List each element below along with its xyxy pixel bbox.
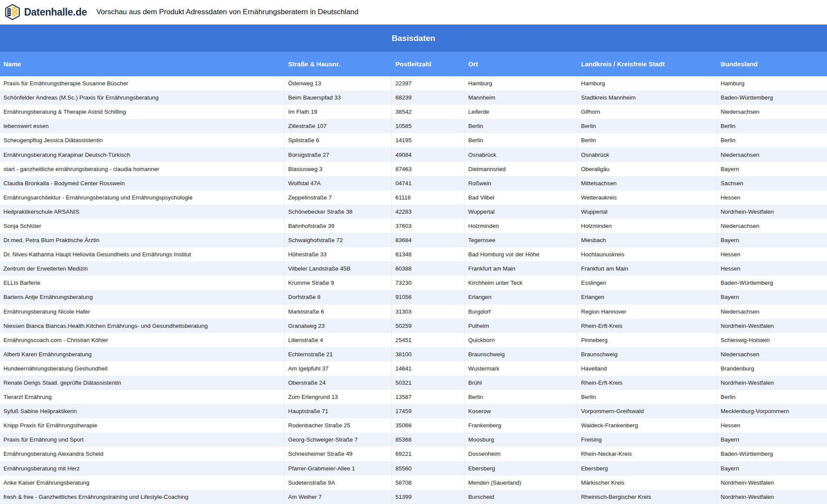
table-cell: 61348 (392, 247, 465, 261)
column-header: Straße & Hausnr. (285, 60, 392, 68)
table-cell: 61118 (392, 190, 465, 205)
table-cell: Marktstraße 6 (285, 305, 392, 319)
table-cell: Praxis für Ernährungstherapie Susanne Bü… (0, 76, 285, 90)
table-cell: Wustermark (465, 361, 578, 376)
table-cell: Blasiusweg 3 (285, 162, 392, 176)
table-cell: Schönfelder Andreas (M.Sc.) Praxis für E… (0, 90, 285, 105)
table-cell: Ernährungsberatung Nicole Hafer (0, 305, 285, 319)
table-cell: Bartens Antje Ernährungsberatung (0, 290, 285, 304)
table-cell: Ödenweg 13 (285, 76, 392, 90)
table-cell: 49084 (392, 147, 465, 162)
table-cell: 17459 (392, 404, 465, 418)
table-row: Alberti Karen ErnährungsberatungEchterns… (0, 347, 827, 361)
table-cell: Osnabrück (578, 147, 717, 162)
table-cell: Beim Bauerspfad 33 (285, 90, 392, 105)
table-row: Dr. Nives-Katharina Haupt Heliovita Gesu… (0, 247, 827, 261)
table-cell: Holzminden (465, 219, 578, 233)
table-cell: Berlin (465, 390, 578, 404)
table-row: Hundeernährungsberatung GeshundheitAm Ig… (0, 361, 827, 376)
table-cell: Koserow (465, 404, 578, 418)
table-cell: Am Igelpfuhl 37 (285, 361, 392, 376)
table-cell: Frankfurt am Main (465, 261, 578, 276)
table-cell: Wuppertal (578, 205, 717, 219)
table-cell: Hamburg (717, 76, 827, 90)
table-cell: 51399 (392, 490, 465, 504)
table-cell: Pinneberg (578, 333, 717, 347)
table-cell: Ebersberg (578, 461, 717, 476)
table-cell: Bayern (717, 233, 827, 247)
table-row: Scheugenpflug Jessica DiätassistentinSpi… (0, 133, 827, 147)
table-cell: Dorfstraße 8 (285, 290, 392, 304)
table-row: Praxis für Ernährung und SportGeorg-Schw… (0, 432, 827, 447)
table-row: start - ganzheitliche ernährungsberatung… (0, 162, 827, 176)
table-cell: Holzminden (578, 219, 717, 233)
table-cell: Pfarrer-Grabmeier-Allee 1 (285, 461, 392, 476)
table-row: Ernährungsberatung Alexandra ScheidSchri… (0, 447, 827, 461)
table-header-row: NameStraße & Hausnr.PostleitzahlOrtLandk… (0, 52, 827, 76)
table-cell: Baden-Württemberg (717, 90, 827, 105)
table-cell: Vorpommern-Greifswald (578, 404, 717, 418)
table-cell: Syfuß Sabine Heilpraktikerin (0, 404, 285, 418)
table-cell: Berlin (717, 390, 827, 404)
table-row: lebenswert essenZillestraße 10710585Berl… (0, 119, 827, 133)
table-cell: Miesbach (578, 233, 717, 247)
table-cell: Berlin (578, 390, 717, 404)
table-row: Tierarzt ErnährungZum Erlengrund 1313587… (0, 390, 827, 404)
table-cell: Dossenheim (465, 447, 578, 461)
table-cell: Berlin (578, 133, 717, 147)
table-cell: Gifhorn (578, 105, 717, 119)
table-cell: Brühl (465, 376, 578, 390)
table-cell: Hessen (717, 190, 827, 205)
table-cell: Praxis für Ernährung und Sport (0, 432, 285, 447)
table-cell: Hochtaunuskreis (578, 247, 717, 261)
table-cell: Dr. Nives-Katharina Haupt Heliovita Gesu… (0, 247, 285, 261)
datenhalle-logo[interactable]: Datenhalle.de (4, 4, 87, 20)
table-cell: Stadtkreis Mannheim (578, 90, 717, 105)
table-cell: Am Weiher 7 (285, 490, 392, 504)
table-cell: Berlin (717, 119, 827, 133)
column-header: Name (0, 60, 285, 68)
table-cell: 14195 (392, 133, 465, 147)
table-cell: Lilienstraße 4 (285, 333, 392, 347)
table-cell: Renate Derigs Staatl. geprüfte Diätassis… (0, 376, 285, 390)
table-row: Dr.med. Petra Blum Praktische ÄrztinSchw… (0, 233, 827, 247)
table-cell: Rhein-Erft-Kreis (578, 319, 717, 333)
table-cell: Schriesheimer Straße 49 (285, 447, 392, 461)
table-cell: Dr.med. Petra Blum Praktische Ärztin (0, 233, 285, 247)
table-cell: 69221 (392, 447, 465, 461)
column-header: Postleitzahl (392, 60, 465, 68)
section-band: Basisdaten (0, 25, 827, 52)
table-cell: Freising (578, 432, 717, 447)
table-cell: Ernährungsberatung mit Herz (0, 461, 285, 476)
table-cell: Ernährungsarchitektur - Ernährungsberatu… (0, 190, 285, 205)
top-bar: Datenhalle.de Vorschau aus dem Produkt A… (0, 0, 827, 25)
table-cell: 83684 (392, 233, 465, 247)
table-cell: 87463 (392, 162, 465, 176)
table-cell: Vilbeler Landstraße 45B (285, 261, 392, 276)
table-cell: Echternstraße 21 (285, 347, 392, 361)
table-row: Ernährungsberatung & Therapie Astrid Sch… (0, 105, 827, 119)
table-cell: Sudetenstraße 9A (285, 476, 392, 490)
table-cell: Osnabrück (465, 147, 578, 162)
table-row: Ernährungsberatung Nicole HaferMarktstra… (0, 305, 827, 319)
table-cell: Zentrum der Erweiterten Medizin (0, 261, 285, 276)
table-cell: Bayern (717, 162, 827, 176)
table-row: ELLIs BarferieKrumme Straße 973230Kirchh… (0, 276, 827, 290)
table-cell: 31303 (392, 305, 465, 319)
datenhalle-warehouse-icon (4, 4, 21, 20)
table-row: Niessen Bianca Biancas.Health.Kitchen Er… (0, 319, 827, 333)
column-header: Bundesland (717, 60, 827, 68)
table-cell: Borsigstraße 27 (285, 147, 392, 162)
table-row: Sonja SchlüterBahnhofstraße 3937603Holzm… (0, 219, 827, 233)
table-cell: Anke Kaiser Ernährungsberatung (0, 476, 285, 490)
table-cell: Granatweg 23 (285, 319, 392, 333)
table-cell: Nordrhein-Westfalen (717, 476, 827, 490)
table-cell: Kirchheim unter Teck (465, 276, 578, 290)
table-cell: Zum Erlengrund 13 (285, 390, 392, 404)
table-cell: Alberti Karen Ernährungsberatung (0, 347, 285, 361)
table-row: Syfuß Sabine HeilpraktikerinHauptstraße … (0, 404, 827, 418)
table-cell: 91056 (392, 290, 465, 304)
table-cell: 50259 (392, 319, 465, 333)
table-row: Ernährungscoach.com - Christian KöhlerLi… (0, 333, 827, 347)
page-title: Vorschau aus dem Produkt Adressdaten von… (96, 8, 359, 16)
